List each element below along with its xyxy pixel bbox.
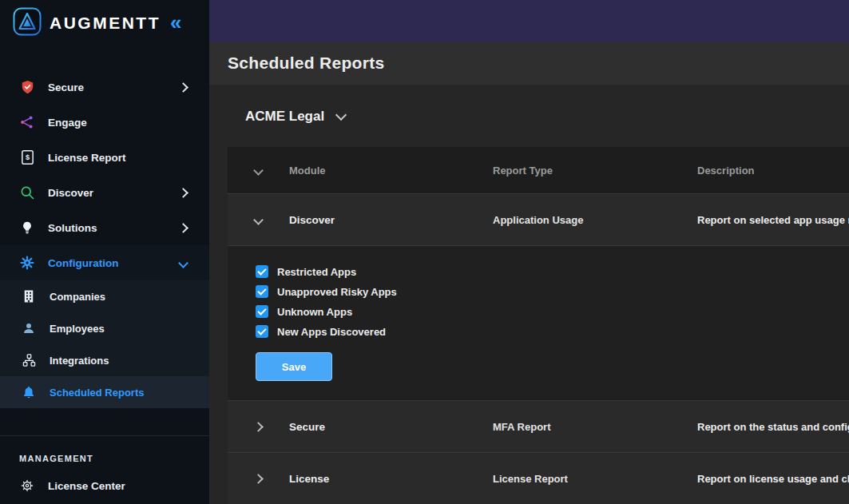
logo-row: AUGMENTT « — [0, 0, 209, 46]
sidebar-item-engage[interactable]: Engage — [0, 105, 209, 140]
chevron-down-icon — [178, 258, 188, 268]
person-icon — [21, 321, 37, 335]
configuration-submenu: Companies Employees Integrations — [0, 280, 209, 408]
sidebar-item-companies[interactable]: Companies — [0, 280, 209, 312]
sidebar-item-label: Engage — [48, 117, 187, 129]
cell-module: License — [289, 473, 493, 485]
scheduled-reports-table: Module Report Type Description Discover … — [228, 147, 849, 504]
checkbox-checked[interactable] — [256, 305, 268, 318]
bell-icon — [21, 384, 37, 400]
share-nodes-icon — [19, 114, 35, 130]
company-selector[interactable]: ACME Legal — [245, 109, 345, 125]
expanded-row-panel: Restricted Apps Unapproved Risky Apps Un… — [228, 245, 849, 400]
logo-text: AUGMENTT — [50, 14, 161, 33]
table-row[interactable]: License License Report Report on license… — [228, 452, 849, 504]
cell-report-type: License Report — [493, 473, 697, 485]
table-row[interactable]: Discover Application Usage Report on sel… — [228, 193, 849, 245]
cell-report-type: Application Usage — [493, 214, 697, 226]
cell-description: Report on license usage and ch — [697, 473, 849, 485]
sidebar-item-label: Employees — [50, 323, 209, 335]
checkbox-row: Unknown Apps — [256, 305, 849, 318]
table-header-row: Module Report Type Description — [228, 147, 849, 193]
management-section: MANAGEMENT License Center — [0, 435, 209, 503]
sidebar-item-configuration[interactable]: Configuration — [0, 245, 209, 280]
sidebar-nav: Secure Engage $ License Report Disco — [0, 69, 209, 408]
cell-description: Report on selected app usage m — [697, 214, 849, 226]
sidebar-item-employees[interactable]: Employees — [0, 312, 209, 344]
sidebar-item-label: Companies — [50, 291, 209, 303]
sidebar-item-secure[interactable]: Secure — [0, 69, 209, 105]
cell-report-type: MFA Report — [493, 421, 697, 433]
chevron-right-icon — [178, 188, 188, 198]
sidebar-item-label: Integrations — [50, 355, 209, 367]
expand-row-chevron-icon[interactable] — [253, 474, 264, 484]
checkbox-checked[interactable] — [256, 265, 268, 278]
column-header-description: Description — [697, 165, 849, 177]
sidebar-item-license-report[interactable]: $ License Report — [0, 140, 209, 175]
checkbox-label: Restricted Apps — [277, 266, 356, 278]
gear-badge-icon — [19, 478, 35, 493]
titlebar: Scheduled Reports — [209, 42, 849, 85]
checkbox-label: Unknown Apps — [277, 306, 352, 318]
main-area: Scheduled Reports ACME Legal Module Repo… — [209, 0, 849, 504]
augmentt-logo-icon — [13, 7, 42, 39]
sidebar-item-label: License Report — [48, 152, 187, 164]
sidebar-item-label: Scheduled Reports — [50, 387, 209, 399]
page-title: Scheduled Reports — [228, 54, 384, 73]
checkbox-label: Unapproved Risky Apps — [277, 286, 397, 298]
sidebar-collapse-icon[interactable]: « — [170, 14, 181, 31]
topbar — [209, 0, 849, 42]
checkbox-row: Unapproved Risky Apps — [256, 285, 849, 298]
company-selector-value: ACME Legal — [245, 109, 324, 125]
sidebar-item-solutions[interactable]: Solutions — [0, 210, 209, 245]
sidebar-item-integrations[interactable]: Integrations — [0, 344, 209, 376]
collapse-row-chevron-icon[interactable] — [253, 215, 264, 225]
svg-text:$: $ — [25, 153, 29, 161]
cell-module: Discover — [289, 214, 493, 226]
chevron-right-icon — [178, 223, 188, 233]
save-button[interactable]: Save — [256, 352, 332, 381]
document-dollar-icon: $ — [19, 149, 35, 165]
sidebar-item-discover[interactable]: Discover — [0, 175, 209, 210]
sidebar-item-label: Discover — [48, 187, 167, 199]
expand-all-chevron-icon[interactable] — [253, 165, 264, 176]
sidebar-item-label: Secure — [48, 81, 167, 93]
sidebar-item-label: License Center — [48, 480, 209, 492]
content-area: ACME Legal Module Report Type Descriptio… — [209, 85, 849, 504]
shield-icon — [19, 79, 35, 95]
org-chart-icon — [21, 353, 37, 367]
sidebar-item-license-center[interactable]: License Center — [0, 468, 209, 503]
expand-row-chevron-icon[interactable] — [253, 422, 264, 432]
checkbox-row: New Apps Discovered — [256, 325, 849, 338]
magnifier-icon — [19, 185, 35, 200]
lightbulb-icon — [19, 220, 35, 236]
column-header-module: Module — [289, 165, 493, 177]
chevron-right-icon — [178, 82, 188, 93]
app-window: AUGMENTT « Secure Engage $ — [0, 0, 849, 504]
checkbox-checked[interactable] — [256, 325, 268, 338]
section-header: MANAGEMENT — [0, 454, 209, 463]
cell-module: Secure — [289, 421, 493, 433]
sidebar-item-label: Solutions — [48, 222, 167, 234]
chevron-down-icon — [335, 109, 347, 121]
building-icon — [21, 289, 37, 304]
sidebar-item-label: Configuration — [48, 257, 167, 269]
sidebar-item-scheduled-reports[interactable]: Scheduled Reports — [0, 376, 209, 408]
checkbox-row: Restricted Apps — [256, 265, 849, 278]
sidebar: AUGMENTT « Secure Engage $ — [0, 0, 209, 504]
checkbox-label: New Apps Discovered — [277, 326, 386, 338]
column-header-report-type: Report Type — [493, 165, 697, 177]
cell-description: Report on the status and config — [697, 421, 849, 433]
checkbox-checked[interactable] — [256, 285, 268, 298]
gear-icon — [19, 255, 35, 271]
table-row[interactable]: Secure MFA Report Report on the status a… — [228, 400, 849, 452]
